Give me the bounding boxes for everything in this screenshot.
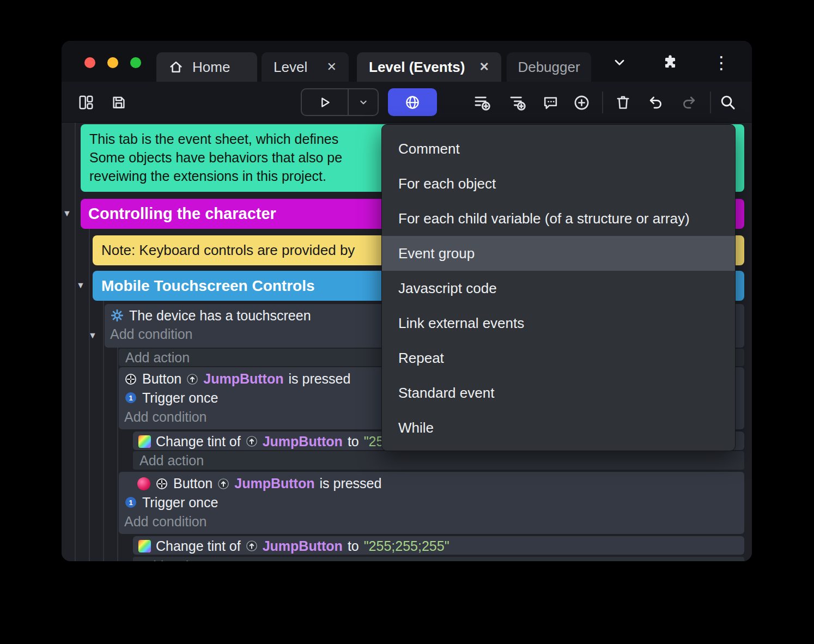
- toolbar: [62, 82, 752, 123]
- add-sub-event-icon[interactable]: [508, 93, 527, 112]
- object-name: JumpButton: [263, 538, 343, 554]
- indent-guide: [103, 286, 104, 561]
- action-text: Change tint of: [156, 538, 241, 554]
- button-object-icon: [155, 477, 168, 490]
- add-action-link[interactable]: Add action: [133, 557, 744, 561]
- search-icon[interactable]: [719, 94, 736, 111]
- minimize-window-button[interactable]: [107, 57, 118, 68]
- menu-item-link-external-events[interactable]: Link external events: [382, 306, 735, 341]
- titlebar-right-controls: ⋮: [611, 54, 752, 71]
- close-window-button[interactable]: [84, 57, 95, 68]
- menu-item-for-each-object[interactable]: For each object: [382, 166, 735, 201]
- tab-debugger[interactable]: Debugger: [507, 52, 591, 82]
- action-text: to: [348, 434, 359, 449]
- indent-guide: [117, 336, 118, 561]
- context-menu: Comment For each object For each child v…: [381, 124, 736, 451]
- delete-trash-icon[interactable]: [615, 94, 631, 111]
- tab-label: Level: [274, 59, 307, 76]
- add-object-plus-icon[interactable]: [573, 94, 590, 111]
- object-name: JumpButton: [263, 434, 343, 449]
- tab-home[interactable]: Home: [156, 52, 257, 82]
- undo-icon[interactable]: [647, 94, 665, 111]
- add-action-link[interactable]: Add action: [133, 451, 744, 470]
- menu-item-event-group[interactable]: Event group: [382, 236, 735, 271]
- action-text: Change tint of: [156, 434, 241, 449]
- family-up-arrow-icon: [246, 435, 258, 447]
- kebab-menu-icon[interactable]: ⋮: [713, 55, 730, 70]
- home-icon: [168, 59, 184, 75]
- add-event-icon[interactable]: [473, 93, 491, 112]
- close-icon[interactable]: ✕: [479, 60, 489, 74]
- play-icon[interactable]: [302, 89, 348, 115]
- condition-text: is pressed: [319, 476, 381, 491]
- action-parameter: "255;255;255": [364, 538, 449, 554]
- menu-item-standard-event[interactable]: Standard event: [382, 375, 735, 410]
- family-up-arrow-icon: [217, 478, 229, 490]
- tab-level-events[interactable]: Level (Events) ✕: [357, 52, 501, 82]
- tab-level[interactable]: Level ✕: [262, 52, 349, 82]
- chevron-down-icon[interactable]: [611, 56, 628, 70]
- titlebar: Home Level ✕ Level (Events) ✕ Debugger ⋮: [62, 41, 752, 82]
- menu-item-javascript-code[interactable]: Javascript code: [382, 271, 735, 306]
- event-jumpbutton-pressed-touch[interactable]: Button JumpButton is pressed 1 Trigger o…: [119, 472, 744, 534]
- condition-text: Trigger once: [142, 495, 218, 511]
- touch-object-icon: [137, 477, 150, 490]
- toolbar-separator: [710, 92, 711, 113]
- group-title: Mobile Touchscreen Controls: [101, 277, 315, 295]
- collapse-arrow-icon[interactable]: ▼: [88, 331, 97, 341]
- indent-guide: [75, 123, 76, 561]
- tint-icon: [138, 435, 151, 448]
- redo-icon[interactable]: [680, 94, 697, 111]
- tab-label: Level (Events): [369, 59, 465, 76]
- object-name: JumpButton: [234, 476, 314, 491]
- indent-guide: [89, 214, 90, 561]
- family-up-arrow-icon: [246, 540, 258, 552]
- tab-bar: Home Level ✕ Level (Events) ✕ Debugger: [156, 52, 591, 82]
- save-icon[interactable]: [111, 94, 127, 111]
- run-button-group: [301, 88, 379, 116]
- menu-item-comment[interactable]: Comment: [382, 131, 735, 166]
- action-text: to: [348, 538, 359, 554]
- menu-item-repeat[interactable]: Repeat: [382, 341, 735, 375]
- family-up-arrow-icon: [186, 373, 198, 385]
- action-change-tint[interactable]: Change tint of JumpButton to "255;255;25…: [133, 536, 744, 555]
- toolbar-separator: [602, 92, 603, 113]
- add-comment-icon[interactable]: [542, 94, 559, 111]
- globe-icon: [404, 94, 421, 111]
- svg-text:1: 1: [129, 394, 132, 402]
- run-options-caret-icon[interactable]: [348, 89, 378, 115]
- condition-text: Trigger once: [142, 390, 218, 406]
- object-name: JumpButton: [203, 371, 283, 387]
- condition-text: is pressed: [288, 371, 350, 387]
- collapse-arrow-icon[interactable]: ▼: [63, 209, 71, 218]
- trigger-once-icon: 1: [124, 391, 137, 404]
- menu-item-while[interactable]: While: [382, 410, 735, 445]
- layout-view-button[interactable]: [78, 94, 94, 111]
- menu-item-for-each-child-variable[interactable]: For each child variable (of a structure …: [382, 201, 735, 236]
- add-condition-link[interactable]: Add condition: [119, 512, 744, 531]
- maximize-window-button[interactable]: [130, 57, 141, 68]
- tab-label: Home: [192, 59, 230, 76]
- close-icon[interactable]: ✕: [327, 60, 337, 74]
- tab-label: Debugger: [518, 59, 580, 76]
- note-text: Note: Keyboard controls are provided by: [101, 242, 355, 259]
- traffic-lights: [84, 57, 141, 68]
- gear-icon: [110, 308, 124, 323]
- tint-icon: [138, 540, 151, 552]
- group-title: Controlling the character: [88, 205, 276, 223]
- svg-text:1: 1: [129, 499, 132, 507]
- collapse-arrow-icon[interactable]: ▼: [76, 281, 85, 290]
- condition-text: The device has a touchscreen: [129, 308, 311, 324]
- addons-puzzle-icon[interactable]: [661, 54, 679, 71]
- trigger-once-icon: 1: [124, 496, 137, 509]
- preview-globe-button[interactable]: [388, 88, 437, 116]
- button-object-icon: [124, 373, 137, 386]
- object-label: Button: [142, 371, 181, 387]
- object-label: Button: [173, 476, 212, 491]
